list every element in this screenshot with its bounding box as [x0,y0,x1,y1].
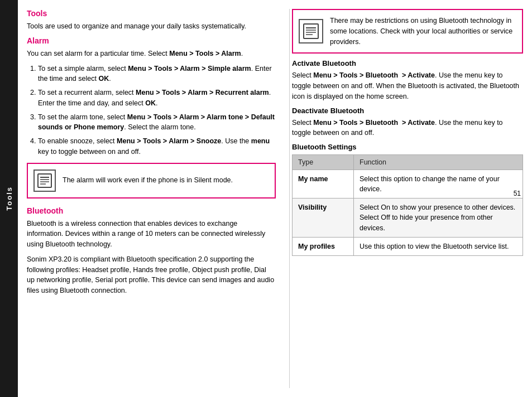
svg-rect-0 [38,174,51,187]
bluetooth-table: Type Function My nameSelect this option … [292,154,523,256]
deactivate-title: Deactivate Bluetooth [292,106,523,115]
table-row: VisibilitySelect On to show your presenc… [293,198,523,237]
table-cell-type: My name [293,170,354,198]
sidebar-label: Tools [5,186,13,211]
svg-rect-5 [304,24,318,38]
table-col1-header: Type [293,155,354,170]
activate-text: Select Menu > Tools > Bluetooth > Activa… [292,70,523,101]
table-col2-header: Function [354,155,523,170]
activate-title: Activate Bluetooth [292,59,523,67]
note-icon [33,170,56,192]
tools-intro: Tools are used to organize and manage yo… [27,21,276,32]
table-cell-function: Use this option to view the Bluetooth se… [354,237,523,255]
alarm-note-text: The alarm will work even if the phone is… [63,175,233,186]
right-column: There may be restrictions on using Bluet… [292,9,532,388]
column-divider [289,9,290,388]
alarm-title: Alarm [27,36,276,45]
table-cell-function: Select this option to change the name of… [354,170,523,198]
list-item: To set the alarm tone, select Menu > Too… [38,112,276,133]
settings-title: Bluetooth Settings [292,143,523,151]
bluetooth-title: Bluetooth [27,206,276,215]
list-item: To enable snooze, select Menu > Tools > … [38,136,276,157]
right-note-icon [299,19,323,43]
page-number: 51 [514,190,521,197]
left-column: Tools Tools are used to organize and man… [27,9,287,388]
list-item: To set a recurrent alarm, select Menu > … [38,88,276,109]
bluetooth-para2: Sonim XP3.20 is compliant with Bluetooth… [27,254,276,296]
tools-title: Tools [27,9,276,18]
alarm-note-box: The alarm will work even if the phone is… [27,163,276,198]
table-cell-type: My profiles [293,237,354,255]
alarm-list: To set a simple alarm, select Menu > Too… [27,64,276,157]
table-row: My profilesUse this option to view the B… [293,237,523,255]
bluetooth-para1: Bluetooth is a wireless connection that … [27,219,276,250]
deactivate-text: Select Menu > Tools > Bluetooth > Activa… [292,118,523,139]
sidebar: Tools [0,0,18,397]
list-item: To set a simple alarm, select Menu > Too… [38,64,276,85]
table-cell-function: Select On to show your presence to other… [354,198,523,237]
table-cell-type: Visibility [293,198,354,237]
right-note-text: There may be restrictions on using Bluet… [330,16,516,47]
right-note-box: There may be restrictions on using Bluet… [292,9,523,54]
table-row: My nameSelect this option to change the … [293,170,523,198]
alarm-intro: You can set alarm for a particular time.… [27,49,276,59]
